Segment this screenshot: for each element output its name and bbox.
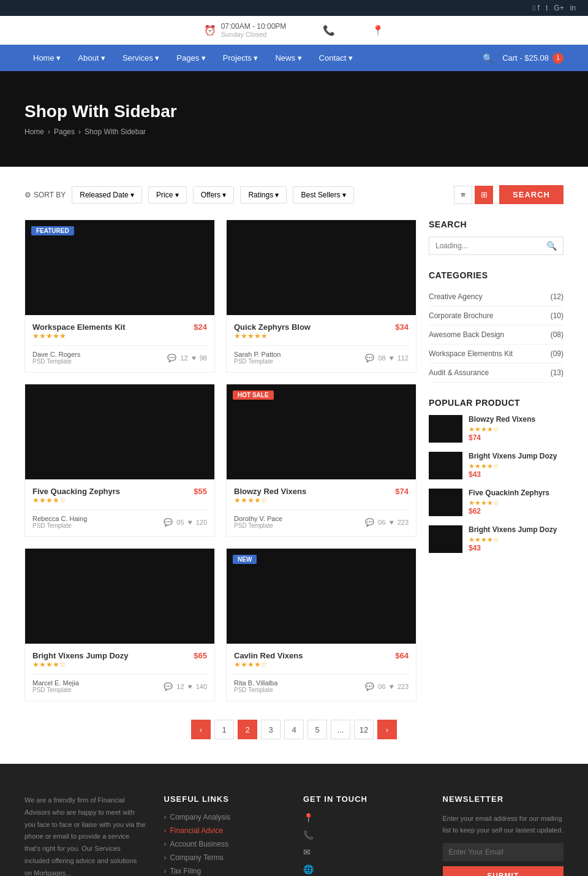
category-item[interactable]: Corporate Brochure (10) [429,307,564,326]
sort-bar: ⚙ SORT BY Released Date ▾ Price ▾ Offers… [24,185,564,204]
popular-product-image[interactable] [429,489,462,516]
prev-page-button[interactable]: ‹ [191,720,211,739]
product-stars: ★★★★☆ [234,660,409,669]
breadcrumb-home[interactable]: Home [24,128,44,136]
nav-search-icon[interactable]: 🔍 [483,53,493,63]
search-icon[interactable]: 🔍 [546,241,557,251]
footer-link-account-business[interactable]: › Account Business [164,840,285,848]
page-4-button[interactable]: 4 [284,720,304,739]
product-meta: Rita B. Villalba PSD Template 💬06 ♥223 [234,674,409,693]
page-ellipsis: ... [331,720,350,739]
product-meta: Marcel E. Mejia PSD Template 💬12 ♥140 [32,674,207,693]
footer-link-financial-advice[interactable]: › Financial Advice [164,826,285,835]
nav-news[interactable]: News ▾ [266,45,310,71]
open-hours: 07:00AM - 10:00PM [221,22,287,31]
product-stars: ★★★★★ [32,332,207,340]
heart-icon[interactable]: ♥ [390,518,394,527]
nav-about[interactable]: About ▾ [69,45,114,71]
category-item[interactable]: Workspace Elementns Kit (09) [429,345,564,364]
next-page-button[interactable]: › [377,720,397,739]
nav-contact[interactable]: Contact ▾ [311,45,361,71]
product-info: Five Quacking Zephyrs $55 ★★★★☆ Rebecca … [25,479,214,536]
filter-offers[interactable]: Offers ▾ [193,186,235,204]
product-image[interactable] [227,220,416,315]
heart-icon[interactable]: ♥ [390,682,394,691]
product-price: $34 [395,322,409,332]
footer-link-company-terms[interactable]: › Company Terms [164,853,285,862]
product-price: $65 [194,651,207,660]
page-2-button[interactable]: 2 [238,720,257,739]
comment-icon[interactable]: 💬 [164,682,173,691]
product-image[interactable]: NEW [227,549,416,644]
comment-icon[interactable]: 💬 [167,354,176,362]
breadcrumb-pages[interactable]: Pages [54,128,75,136]
product-type: PSD Template [234,687,277,693]
nav-home[interactable]: Home ▾ [24,45,69,71]
comment-icon[interactable]: 💬 [365,682,374,691]
popular-product-image[interactable] [429,525,462,553]
likes-count: 06 [378,683,385,690]
product-meta: Rebecca C. Haing PSD Template 💬05 ♥120 [32,509,207,529]
product-card: HOT SALE Blowzy Red Vixens $74 ★★★★☆ Dor… [226,384,417,537]
cart-button[interactable]: Cart - $25.08 1 [502,53,564,64]
page-5-button[interactable]: 5 [307,720,327,739]
newsletter-submit-button[interactable]: SUBMIT [443,866,564,876]
twitter-icon[interactable]: t [546,4,548,12]
filter-ratings[interactable]: Ratings ▾ [240,186,287,204]
page-1-button[interactable]: 1 [214,720,234,739]
search-button[interactable]: SEARCH [499,185,564,204]
product-image[interactable] [25,549,214,644]
sidebar-search-input[interactable] [435,242,546,250]
product-info: Cavlin Red Vixens $64 ★★★★☆ Rita B. Vill… [227,644,416,701]
page-3-button[interactable]: 3 [261,720,281,739]
product-price: $55 [194,487,207,496]
products-grid: FEATURED Workspace Elements Kit $24 ★★★★… [24,219,417,701]
nav-pages[interactable]: Pages ▾ [168,45,214,71]
product-actions: 💬08 ♥112 [365,354,409,362]
newsletter-email-input[interactable] [443,843,564,861]
address-icon: 📍 [303,813,314,823]
product-image[interactable]: HOT SALE [227,384,416,479]
arrow-icon: › [164,840,167,848]
page-title: Shop With Sidebar [24,102,564,121]
footer-link-company-analysis[interactable]: › Company Analysis [164,813,285,821]
heart-icon[interactable]: ♥ [192,354,196,362]
comment-icon[interactable]: 💬 [164,518,173,527]
nav-projects[interactable]: Projects ▾ [214,45,267,71]
heart-icon[interactable]: ♥ [188,682,192,691]
category-item[interactable]: Audit & Assurance (13) [429,364,564,383]
facebook-icon[interactable]:  f [533,4,540,12]
category-item[interactable]: Awesome Back Design (08) [429,326,564,345]
category-item[interactable]: Creative Agency (12) [429,288,564,307]
likes-count: 12 [180,354,187,362]
arrow-icon: › [164,867,167,875]
sidebar-search-box[interactable]: 🔍 [429,237,564,255]
popular-stars: ★★★★☆ [469,462,557,470]
arrow-icon: › [164,853,167,862]
filter-released-date[interactable]: Released Date ▾ [72,186,142,204]
product-meta: Dave C. Rogers PSD Template 💬12 ♥98 [32,345,207,365]
top-bar:  f t G+ in [0,0,588,16]
filter-price[interactable]: Price ▾ [148,186,187,204]
popular-product-image[interactable] [429,415,462,443]
footer-link-tax-filing[interactable]: › Tax Filing [164,867,285,875]
breadcrumb-current: Shop With Sidebar [85,128,146,136]
grid-view-icon[interactable]: ⊞ [475,186,493,204]
filter-best-sellers[interactable]: Best Sellers ▾ [293,186,353,204]
heart-icon[interactable]: ♥ [188,518,192,527]
comment-icon[interactable]: 💬 [365,518,374,527]
list-view-icon[interactable]: ≡ [454,186,472,204]
popular-product-item: Blowzy Red Vixens ★★★★☆ $74 [429,415,564,443]
popular-product-image[interactable] [429,452,462,479]
product-image[interactable] [25,384,214,479]
category-count: (09) [551,349,564,358]
popular-product-info: Bright Vixens Jump Dozy ★★★★☆ $43 [469,525,557,552]
heart-icon[interactable]: ♥ [390,354,394,362]
linkedin-icon[interactable]: in [570,4,576,12]
product-image[interactable]: FEATURED [25,220,214,315]
comment-icon[interactable]: 💬 [365,354,374,362]
page-12-button[interactable]: 12 [354,720,374,739]
nav-services[interactable]: Services ▾ [114,45,168,71]
google-plus-icon[interactable]: G+ [554,4,564,12]
product-name: Bright Vixens Jump Dozy [32,651,129,660]
